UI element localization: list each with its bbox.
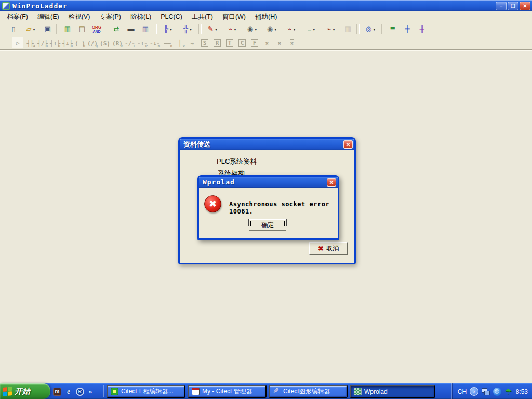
new-file-icon[interactable]: ▯ [7,23,20,35]
coil-out-icon: ( )O [74,37,86,48]
toolbar-grip[interactable] [2,24,4,34]
delete-column-icon: ✖ [274,37,285,48]
menu-plc[interactable]: PLC(C) [156,12,187,21]
menu-help[interactable]: 辅助(H) [250,11,282,22]
func-f-icon: F [249,37,260,48]
umbrella-icon[interactable]: ☂ [504,388,511,395]
coil-reset-icon: (R)R [112,37,123,48]
toolbar-separator[interactable] [356,24,360,34]
status-help-icon[interactable]: ≣ [386,23,400,35]
error-dialog-close-button[interactable]: ✕ [327,178,336,187]
task-icon [354,388,362,395]
ladder-help-icon[interactable]: ╪ [401,23,414,35]
toolbar-grip[interactable] [7,38,9,47]
window-titlebar: WinProLadder – ❐ ✕ [0,0,532,11]
quicklaunch-ie-icon[interactable]: e [64,388,73,396]
toolbar-separator[interactable] [381,24,384,34]
quicklaunch-overflow-chevron[interactable]: » [87,388,94,396]
comment-book-icon[interactable]: ▥ [139,23,152,35]
func-t-icon: T [224,37,235,48]
menu-file[interactable]: 档案(F) [2,11,33,22]
cancel-button[interactable]: ✖ 取消 [309,242,348,255]
ladder-toolbar: ▷ ┤├A ┤/├B ┤↑├U ┤↓├D ( )O (/)Q (S)E (R)R… [0,36,532,50]
menu-project[interactable]: 专案(P) [95,11,126,22]
clock: 8:53 [516,388,528,395]
taskbar-task-wprolad[interactable]: Wprolad [350,385,435,398]
falling-edge-icon: -↓-N [149,37,161,48]
quicklaunch-kmplayer-icon[interactable]: K [76,388,84,396]
project-window-icon[interactable]: ▦ [61,23,74,35]
delete-element-icon: ✖ [261,37,273,48]
toolbar-grip[interactable] [2,38,4,47]
toolbar-separator[interactable] [105,24,108,34]
start-button[interactable]: 开始 [0,383,50,399]
menu-tools[interactable]: 工具(T) [187,11,218,22]
menu-edit[interactable]: 编辑(E) [33,11,64,22]
ladder-window-icon[interactable]: ▤ [75,23,89,35]
tray-collapse-chevron-icon[interactable]: ‹ [470,387,478,396]
toolbar-separator[interactable] [198,24,202,34]
close-button[interactable]: ✕ [520,2,530,10]
minimize-button[interactable]: – [496,2,507,10]
motor-icon[interactable]: ◉ [262,23,281,35]
contact-help-icon[interactable]: ╫ [415,23,429,35]
plug-a-icon[interactable]: ⌁ [282,23,301,35]
app-icon [2,2,10,10]
windows-logo-icon [3,387,12,396]
transfer-icon[interactable]: ⇄ [110,23,123,35]
edit-tag-icon[interactable]: ✎ [203,23,222,35]
taskbar-task-citect-project-editor[interactable]: Citect工程编辑器... [107,385,185,398]
task-icon [192,388,200,395]
contact-up-icon: ┤↑├U [49,37,61,48]
menu-ladder[interactable]: 阶梯(L) [126,11,156,22]
ladder-branch-icon[interactable]: ╬ [178,23,197,35]
task-icon [111,388,118,395]
org-and-icon[interactable]: ORGAND [90,23,103,35]
menu-window[interactable]: 窗口(W) [218,11,250,22]
error-dialog: Wprolad ✕ ✖ Asynchronous socket error 10… [197,175,339,240]
rising-edge-icon: -↑-P [137,37,148,48]
toolbar-separator[interactable] [154,24,157,34]
func-s-icon: S [199,37,210,48]
ic-chip-icon[interactable]: ▬ [124,23,138,35]
transfer-dialog-title: 资料传送 [180,140,210,149]
save-icon[interactable]: ▣ [41,23,55,35]
toolbar-separator[interactable] [56,24,59,34]
invert-icon: -/-I [124,37,136,48]
transfer-dialog-close-button[interactable]: ✕ [343,140,353,149]
start-label: 开始 [15,387,30,396]
quicklaunch-maxthon-icon[interactable]: m [53,388,61,396]
globe-icon[interactable] [493,388,501,396]
open-file-icon[interactable]: ▱ [21,23,40,35]
taskbar-divider [103,385,103,397]
io-table-icon[interactable]: ▦ [341,23,355,35]
system-tray: CH ‹ ☂ 8:53 [452,383,532,399]
func-c-icon: C [236,37,248,48]
main-toolbar: ▯ ▱ ▣ ▦ ▤ ORGAND ⇄ ▬ ▥ [0,22,532,36]
coil-set-icon: (S)E [99,37,111,48]
cancel-x-icon: ✖ [318,245,324,252]
winproladder-window: WinProLadder – ❐ ✕ 档案(F) 编辑(E) 检视(V) 专案(… [0,0,532,399]
network-icon[interactable] [482,388,490,395]
error-dialog-title: Wprolad [199,178,235,186]
horizontal-line-icon: ──H [162,37,173,48]
motor-x-icon[interactable]: ◉ [243,23,261,35]
taskbar-task-citect-manager[interactable]: My - Citect 管理器 [188,385,267,398]
plug-m-icon[interactable]: ⌁ [322,23,340,35]
taskbar: 开始 m e K » Citect工程编辑器... My - Citect 管理… [0,383,532,399]
task-icon [273,388,281,395]
quick-launch-bar: m e K » [53,383,94,399]
status-list-icon[interactable]: ≡ [302,23,321,35]
find-monitor-icon[interactable]: ◎ [361,23,380,35]
network-ladder-icon[interactable]: ╠ [158,23,177,35]
plug-signal-icon[interactable]: ⌁ [223,23,242,35]
maximize-button[interactable]: ❐ [508,2,518,10]
ok-label: 确定 [261,221,274,230]
ok-button[interactable]: 确定 [248,219,287,231]
error-message: Asynchronous socket error 10061. [229,201,338,215]
menu-bar: 档案(F) 编辑(E) 检视(V) 专案(P) 阶梯(L) PLC(C) 工具(… [0,11,532,22]
error-dialog-titlebar: Wprolad [199,177,338,188]
taskbar-task-citect-graphics-editor[interactable]: Citect图形编辑器 [269,385,348,398]
menu-view[interactable]: 检视(V) [64,11,95,22]
language-indicator[interactable]: CH [458,388,467,395]
